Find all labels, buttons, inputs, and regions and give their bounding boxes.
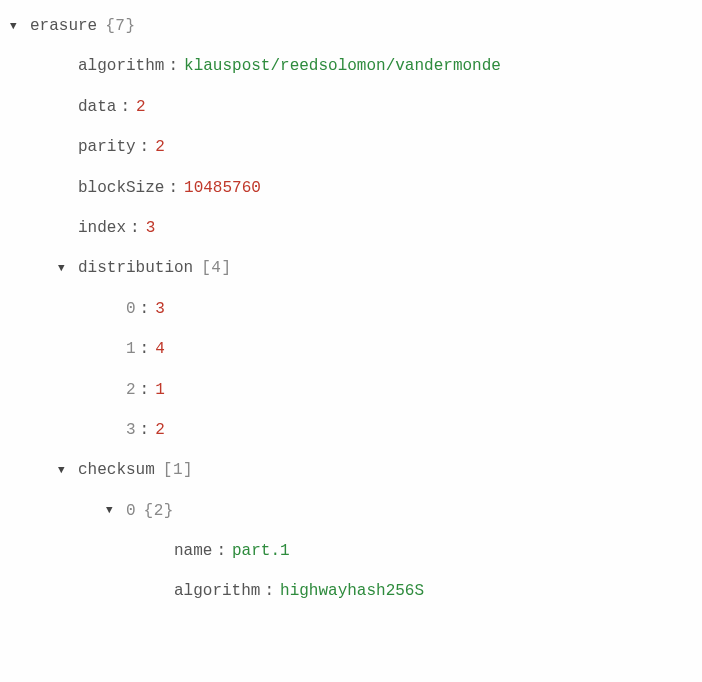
prop-name[interactable]: name : part.1 <box>10 531 692 571</box>
node-key: 0 <box>126 500 136 522</box>
colon: : <box>140 136 150 158</box>
prop-key: index <box>78 217 126 239</box>
colon: : <box>130 217 140 239</box>
prop-key: name <box>174 540 212 562</box>
array-item[interactable]: 2 : 1 <box>10 370 692 410</box>
colon: : <box>140 419 150 441</box>
prop-algorithm[interactable]: algorithm : highwayhash256S <box>10 571 692 611</box>
item-value: 3 <box>155 298 165 320</box>
item-key: 3 <box>126 419 136 441</box>
prop-key: algorithm <box>78 55 164 77</box>
node-meta: [1] <box>163 459 193 481</box>
chevron-down-icon[interactable]: ▼ <box>106 503 120 518</box>
chevron-down-icon[interactable]: ▼ <box>58 463 72 478</box>
node-key: checksum <box>78 459 155 481</box>
tree-node-checksum[interactable]: ▼ checksum [1] <box>10 450 692 490</box>
colon: : <box>140 379 150 401</box>
node-key: erasure <box>30 15 97 37</box>
prop-value: 3 <box>146 217 156 239</box>
colon: : <box>264 580 274 602</box>
prop-parity[interactable]: parity : 2 <box>10 127 692 167</box>
item-value: 4 <box>155 338 165 360</box>
prop-blocksize[interactable]: blockSize : 10485760 <box>10 168 692 208</box>
prop-key: algorithm <box>174 580 260 602</box>
node-meta: {7} <box>105 15 135 37</box>
tree-node-erasure[interactable]: ▼ erasure {7} <box>10 6 692 46</box>
prop-value: 2 <box>136 96 146 118</box>
item-value: 1 <box>155 379 165 401</box>
prop-key: parity <box>78 136 136 158</box>
item-value: 2 <box>155 419 165 441</box>
tree-node-checksum-0[interactable]: ▼ 0 {2} <box>10 491 692 531</box>
colon: : <box>216 540 226 562</box>
node-key: distribution <box>78 257 193 279</box>
prop-data[interactable]: data : 2 <box>10 87 692 127</box>
node-meta: {2} <box>144 500 174 522</box>
colon: : <box>120 96 130 118</box>
item-key: 0 <box>126 298 136 320</box>
colon: : <box>140 338 150 360</box>
prop-value: part.1 <box>232 540 290 562</box>
prop-value: highwayhash256S <box>280 580 424 602</box>
array-item[interactable]: 3 : 2 <box>10 410 692 450</box>
item-key: 2 <box>126 379 136 401</box>
node-meta: [4] <box>201 257 231 279</box>
prop-value: 10485760 <box>184 177 261 199</box>
prop-algorithm[interactable]: algorithm : klauspost/reedsolomon/vander… <box>10 46 692 86</box>
prop-key: blockSize <box>78 177 164 199</box>
item-key: 1 <box>126 338 136 360</box>
colon: : <box>168 55 178 77</box>
prop-index[interactable]: index : 3 <box>10 208 692 248</box>
prop-value: 2 <box>155 136 165 158</box>
chevron-down-icon[interactable]: ▼ <box>58 261 72 276</box>
colon: : <box>140 298 150 320</box>
prop-value: klauspost/reedsolomon/vandermonde <box>184 55 501 77</box>
prop-key: data <box>78 96 116 118</box>
colon: : <box>168 177 178 199</box>
array-item[interactable]: 0 : 3 <box>10 289 692 329</box>
tree-node-distribution[interactable]: ▼ distribution [4] <box>10 248 692 288</box>
chevron-down-icon[interactable]: ▼ <box>10 19 24 34</box>
array-item[interactable]: 1 : 4 <box>10 329 692 369</box>
